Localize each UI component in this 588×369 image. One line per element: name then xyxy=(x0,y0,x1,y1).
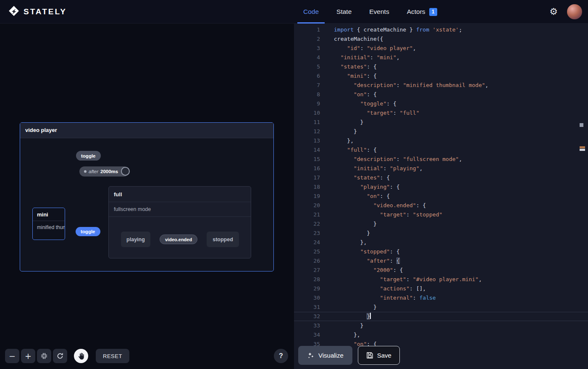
line-number: 26 xyxy=(294,256,320,266)
code-line[interactable]: 30 "internal": false xyxy=(294,293,588,303)
code-line[interactable]: 17 "states": { xyxy=(294,173,588,182)
tab-state-label: State xyxy=(336,8,352,16)
state-node-mini[interactable]: mini minified thumbnail mode xyxy=(32,208,65,240)
code-line[interactable]: 9 "toggle": { xyxy=(294,99,588,108)
code-line[interactable]: 15 "description": "fullscreen mode", xyxy=(294,155,588,164)
tab-code[interactable]: Code xyxy=(303,0,319,24)
code-line[interactable]: 18 "playing": { xyxy=(294,182,588,192)
code-line[interactable]: 24 }, xyxy=(294,238,588,247)
visualize-button[interactable]: Visualize xyxy=(298,346,352,365)
delay-dot-icon xyxy=(84,170,87,173)
state-title-mini[interactable]: mini xyxy=(33,208,65,221)
event-toggle-full-to-mini[interactable]: toggle xyxy=(76,151,101,161)
code-line-content: "target": "#video player.mini", xyxy=(320,275,482,284)
code-line[interactable]: 4 "initial": "mini", xyxy=(294,53,588,62)
code-line-content: } xyxy=(320,321,363,330)
code-line-content: import { createMachine } from 'xstate'; xyxy=(320,25,462,34)
code-line[interactable]: 31 } xyxy=(294,303,588,312)
code-line-content: "playing": { xyxy=(320,182,400,192)
code-line[interactable]: 29 "actions": [], xyxy=(294,284,588,293)
state-node-playing[interactable]: playing xyxy=(121,232,150,247)
code-line[interactable]: 34 }, xyxy=(294,330,588,340)
code-line-content: "id": "video player", xyxy=(320,44,416,53)
tab-actors[interactable]: Actors 1 xyxy=(407,0,437,24)
line-number: 20 xyxy=(294,201,320,210)
zoom-in-button[interactable]: + xyxy=(21,349,35,363)
code-lines: 1import { createMachine } from 'xstate';… xyxy=(294,25,588,349)
code-editor[interactable]: 1import { createMachine } from 'xstate';… xyxy=(294,24,588,369)
tab-events[interactable]: Events xyxy=(369,0,389,24)
code-line[interactable]: 25 "stopped": { xyxy=(294,247,588,256)
code-line[interactable]: 26 "after": { xyxy=(294,256,588,266)
reset-button[interactable]: RESET xyxy=(96,349,129,363)
save-button[interactable]: Save xyxy=(358,346,400,365)
visualize-label: Visualize xyxy=(318,352,344,359)
reset-orientation-button[interactable] xyxy=(53,349,67,363)
code-line-content: } xyxy=(320,127,357,136)
state-title-video-player[interactable]: video player xyxy=(20,123,273,138)
code-line-content: } xyxy=(320,219,377,229)
code-line[interactable]: 28 "target": "#video player.mini", xyxy=(294,275,588,284)
code-line-content: "video.ended": { xyxy=(320,201,426,210)
code-line[interactable]: 8 "on": { xyxy=(294,90,588,99)
rotate-icon xyxy=(57,353,63,359)
line-number: 4 xyxy=(294,53,320,62)
code-line[interactable]: 1import { createMachine } from 'xstate'; xyxy=(294,25,588,34)
code-line[interactable]: 20 "video.ended": { xyxy=(294,201,588,210)
line-number: 11 xyxy=(294,118,320,127)
sparkles-icon xyxy=(307,352,315,359)
event-after-2000ms[interactable]: after 2000ms xyxy=(79,166,129,177)
overview-ruler-mark xyxy=(580,146,585,148)
code-line[interactable]: 27 "2000": { xyxy=(294,266,588,275)
stately-logo[interactable]: STATELY xyxy=(8,0,67,24)
line-number: 31 xyxy=(294,303,320,312)
tab-state[interactable]: State xyxy=(336,0,352,24)
code-line-content: "after": { xyxy=(320,256,400,266)
code-line[interactable]: 12 } xyxy=(294,127,588,136)
code-line[interactable]: 2createMachine({ xyxy=(294,34,588,44)
code-line[interactable]: 5 "states": { xyxy=(294,62,588,71)
line-number: 12 xyxy=(294,127,320,136)
line-number: 8 xyxy=(294,90,320,99)
code-line[interactable]: 3 "id": "video player", xyxy=(294,44,588,53)
code-line-content: } xyxy=(320,118,363,127)
event-video-ended[interactable]: video.ended xyxy=(160,235,197,244)
code-line[interactable]: 10 "target": "full" xyxy=(294,108,588,118)
settings-gear-icon[interactable]: ⚙ xyxy=(549,7,558,16)
code-line-content: }, xyxy=(320,238,367,247)
code-line[interactable]: 22 } xyxy=(294,219,588,229)
code-line[interactable]: 13 }, xyxy=(294,136,588,145)
stately-editor-app: STATELY Code State Events Actors 1 ⚙ xyxy=(0,0,588,369)
code-line[interactable]: 21 "target": "stopped" xyxy=(294,210,588,219)
canvas-toolbar: − + RESET xyxy=(5,349,129,363)
line-number: 22 xyxy=(294,219,320,229)
state-node-full[interactable]: full fullscreen mode xyxy=(108,186,251,258)
help-button[interactable]: ? xyxy=(274,349,288,363)
code-line[interactable]: 32 } xyxy=(294,312,588,321)
fit-to-view-button[interactable] xyxy=(37,349,51,363)
state-node-stopped[interactable]: stopped xyxy=(207,232,239,247)
event-toggle-mini-to-full[interactable]: toggle xyxy=(76,227,100,236)
code-line[interactable]: 16 "initial": "playing", xyxy=(294,164,588,173)
after-keyword: after xyxy=(89,169,98,174)
code-line[interactable]: 14 "full": { xyxy=(294,145,588,155)
line-number: 29 xyxy=(294,284,320,293)
code-line[interactable]: 7 "description": "minified thumbnail mod… xyxy=(294,81,588,90)
code-line[interactable]: 33 } xyxy=(294,321,588,330)
code-line-content: "target": "full" xyxy=(320,108,420,118)
code-line-content: "mini": { xyxy=(320,71,377,81)
code-line-content: "initial": "mini", xyxy=(320,53,400,62)
code-line-content: "initial": "playing", xyxy=(320,164,423,173)
code-line-content: "on": { xyxy=(320,90,377,99)
pan-tool-button[interactable] xyxy=(74,349,88,363)
code-actions: Visualize Save xyxy=(298,346,400,365)
machine-canvas[interactable]: video player full fullscreen mode playin… xyxy=(0,24,294,369)
line-number: 32 xyxy=(294,312,320,321)
code-line[interactable]: 23 } xyxy=(294,229,588,238)
code-line[interactable]: 19 "on": { xyxy=(294,192,588,201)
state-title-full[interactable]: full xyxy=(109,187,251,202)
user-avatar[interactable] xyxy=(567,4,582,19)
code-line[interactable]: 11 } xyxy=(294,118,588,127)
code-line[interactable]: 6 "mini": { xyxy=(294,71,588,81)
zoom-out-button[interactable]: − xyxy=(5,349,19,363)
